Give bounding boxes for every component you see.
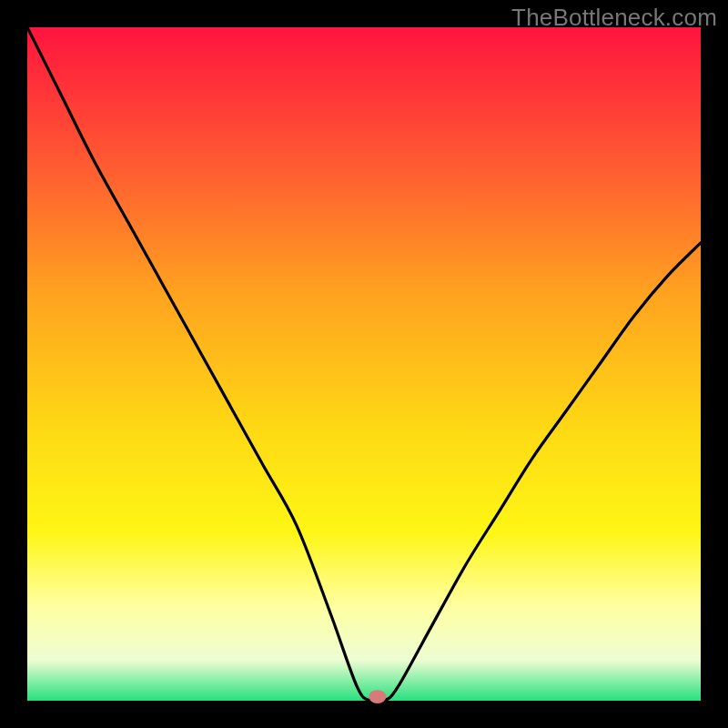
frame-bottom: [0, 701, 728, 728]
bottleneck-chart: TheBottleneck.com: [0, 0, 728, 728]
chart-svg: [0, 0, 728, 728]
frame-right: [701, 0, 728, 728]
minimum-marker: [369, 690, 386, 703]
frame-left: [0, 0, 27, 728]
watermark-label: TheBottleneck.com: [511, 4, 717, 32]
